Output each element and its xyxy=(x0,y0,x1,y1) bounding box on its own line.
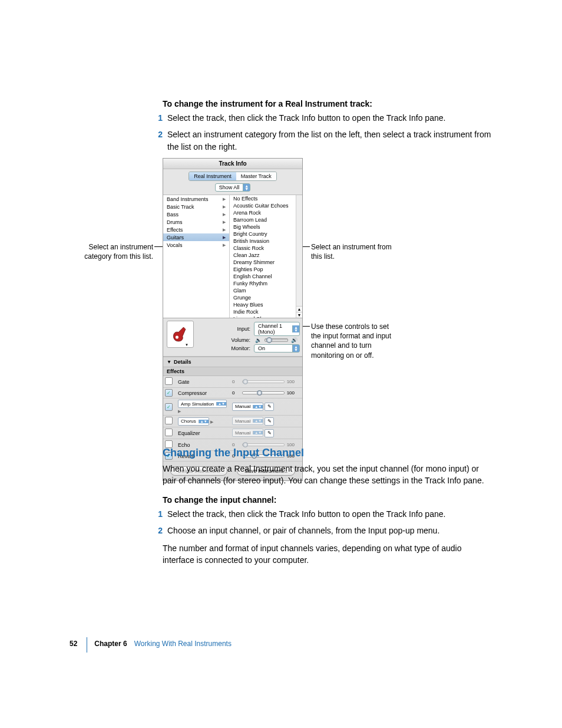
effect-name-popup[interactable]: Amp Simulation▲▼ xyxy=(178,400,227,408)
chapter-label: Chapter 6 xyxy=(94,640,127,648)
para-intro-input: When you create a Real Instrument track,… xyxy=(163,463,492,487)
page-footer: 52 Chapter 6 Working With Real Instrumen… xyxy=(70,636,232,651)
chevron-right-icon: ▶ xyxy=(223,243,226,248)
effect-checkbox[interactable]: ✓ xyxy=(165,403,173,411)
tab-real-instrument[interactable]: Real Instrument xyxy=(189,172,236,180)
chevron-right-icon: ▶ xyxy=(223,235,226,240)
step-b-1: 1Select the track, then click the Track … xyxy=(163,508,492,520)
instrument-item[interactable]: Indie Rock xyxy=(230,308,302,315)
monitor-label: Monitor: xyxy=(197,345,254,351)
effect-checkbox[interactable] xyxy=(165,429,173,436)
heading-change-instrument: To change the instrument for a Real Inst… xyxy=(163,99,492,108)
input-channel-popup[interactable]: Channel 1 (Mono)▲▼ xyxy=(254,322,300,336)
instrument-item[interactable]: Eighties Pop xyxy=(230,266,302,273)
category-item[interactable]: Guitars▶ xyxy=(163,233,229,241)
chevron-right-icon: ▶ xyxy=(223,212,226,217)
instrument-item[interactable]: Bright Country xyxy=(230,230,302,238)
pencil-icon[interactable]: ✎ xyxy=(265,429,274,437)
instrument-item[interactable]: Arena Rock xyxy=(230,209,302,216)
section-changing-input-channel: Changing the Input Channel xyxy=(163,447,492,459)
popup-arrows-icon: ▲▼ xyxy=(243,184,250,191)
chevron-right-icon: ▶ xyxy=(178,409,181,413)
effect-name-popup[interactable]: Chorus▲▼ xyxy=(178,417,209,426)
category-item[interactable]: Band Instruments▶ xyxy=(163,195,229,203)
effect-slider[interactable]: 0100 xyxy=(232,390,295,396)
page-number: 52 xyxy=(70,640,77,648)
scrollbar[interactable]: ▲ ▼ xyxy=(296,195,302,318)
instrument-item[interactable]: Big Wheels xyxy=(230,223,302,230)
disclosure-triangle-icon: ▲ xyxy=(167,360,171,365)
instrument-item[interactable]: English Channel xyxy=(230,273,302,280)
effect-name: Gate xyxy=(178,379,190,385)
instrument-item[interactable]: British Invasion xyxy=(230,238,302,245)
effect-name: Equalizer xyxy=(178,430,200,436)
category-item[interactable]: Basic Track▶ xyxy=(163,203,229,210)
chapter-title: Working With Real Instruments xyxy=(134,640,232,648)
instrument-item[interactable]: Barroom Lead xyxy=(230,216,302,223)
heading-change-input: To change the input channel: xyxy=(163,495,492,505)
panel-title: Track Info xyxy=(163,159,302,169)
effect-checkbox[interactable]: ✓ xyxy=(165,389,173,397)
effect-row: Gate0100 xyxy=(163,376,302,388)
tab-master-track[interactable]: Master Track xyxy=(236,172,276,180)
svg-point-0 xyxy=(176,336,178,339)
chevron-right-icon: ▶ xyxy=(210,419,213,423)
popup-arrows-icon: ▲▼ xyxy=(292,325,299,332)
effect-row: Chorus▲▼ ▶Manual▲▼✎ xyxy=(163,416,302,427)
instrument-icon[interactable]: ▼ xyxy=(167,321,194,348)
scroll-down-icon[interactable]: ▼ xyxy=(296,312,302,318)
effect-checkbox[interactable] xyxy=(165,377,173,385)
chevron-right-icon: ▶ xyxy=(223,197,226,202)
category-item[interactable]: Drums▶ xyxy=(163,218,229,226)
instrument-item[interactable]: Grunge xyxy=(230,294,302,301)
instrument-item[interactable]: Funky Rhythm xyxy=(230,280,302,287)
instrument-item[interactable]: Classic Rock xyxy=(230,245,302,252)
chevron-right-icon: ▶ xyxy=(223,228,226,232)
show-all-popup[interactable]: Show All ▲▼ xyxy=(215,183,250,192)
category-item[interactable]: Vocals▶ xyxy=(163,241,229,249)
callout-right-1: Select an instrument from this list. xyxy=(311,242,394,261)
volume-slider[interactable] xyxy=(265,338,288,342)
instrument-item[interactable]: Liverpool Clean xyxy=(230,315,302,318)
instrument-item[interactable]: Clean Jazz xyxy=(230,252,302,259)
category-item[interactable]: Effects▶ xyxy=(163,226,229,233)
effect-name: Compressor xyxy=(178,390,207,396)
popup-arrows-icon: ▲▼ xyxy=(292,345,299,352)
step-a-1: 1Select the track, then click the Track … xyxy=(163,112,492,124)
chevron-right-icon: ▶ xyxy=(223,220,226,225)
effect-checkbox[interactable] xyxy=(165,417,173,424)
volume-label: Volume: xyxy=(197,337,254,343)
instrument-item[interactable]: Acoustic Guitar Echoes xyxy=(230,202,302,209)
para-note: The number and format of input channels … xyxy=(163,542,492,566)
step-a-2: 2Select an instrument category from the … xyxy=(163,129,492,153)
category-item[interactable]: Bass▶ xyxy=(163,210,229,218)
effect-row: ✓Compressor0100 xyxy=(163,388,302,398)
effect-row: EqualizerManual▲▼✎ xyxy=(163,427,302,439)
effect-row: ✓Amp Simulation▲▼ ▶Manual▲▼✎ xyxy=(163,398,302,416)
scroll-up-icon[interactable]: ▲ xyxy=(296,306,302,312)
effect-preset-popup[interactable]: Manual▲▼ xyxy=(232,429,263,437)
callout-left: Select an instrument category from this … xyxy=(71,242,153,261)
category-list[interactable]: Band Instruments▶Basic Track▶Bass▶Drums▶… xyxy=(163,195,230,318)
mode-segmented-control[interactable]: Real Instrument Master Track xyxy=(189,172,277,181)
instrument-item[interactable]: Heavy Blues xyxy=(230,301,302,308)
speaker-low-icon: 🔈 xyxy=(254,337,263,343)
callout-right-2: Use these controls to set the input form… xyxy=(311,322,396,360)
input-label: Input: xyxy=(197,326,254,332)
pencil-icon[interactable]: ✎ xyxy=(265,403,274,411)
effect-preset-popup[interactable]: Manual▲▼ xyxy=(232,403,263,411)
effects-header: Effects xyxy=(163,367,302,376)
instrument-item[interactable]: Glam xyxy=(230,287,302,294)
pencil-icon[interactable]: ✎ xyxy=(265,417,274,426)
chevron-right-icon: ▶ xyxy=(223,205,226,209)
step-b-2: 2Choose an input channel, or pair of cha… xyxy=(163,525,492,536)
instrument-item[interactable]: Dreamy Shimmer xyxy=(230,259,302,266)
instrument-list[interactable]: No EffectsAcoustic Guitar EchoesArena Ro… xyxy=(230,195,302,318)
effect-preset-popup[interactable]: Manual▲▼ xyxy=(232,417,263,425)
instrument-item[interactable]: No Effects xyxy=(230,195,302,202)
details-disclosure[interactable]: ▲Details xyxy=(163,357,302,367)
effect-slider[interactable]: 0100 xyxy=(232,379,295,384)
monitor-popup[interactable]: On▲▼ xyxy=(254,344,300,353)
chevron-down-icon[interactable]: ▼ xyxy=(185,343,189,347)
track-info-panel: Track Info Real Instrument Master Track … xyxy=(163,158,303,481)
